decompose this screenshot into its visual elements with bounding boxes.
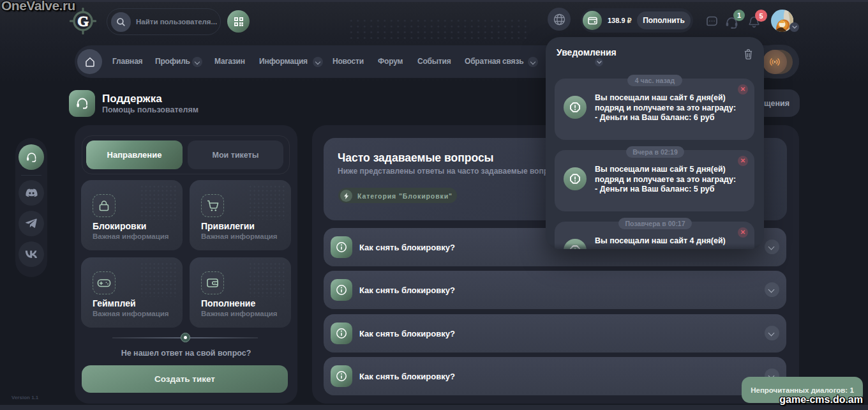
svg-text:G: G	[77, 13, 89, 29]
